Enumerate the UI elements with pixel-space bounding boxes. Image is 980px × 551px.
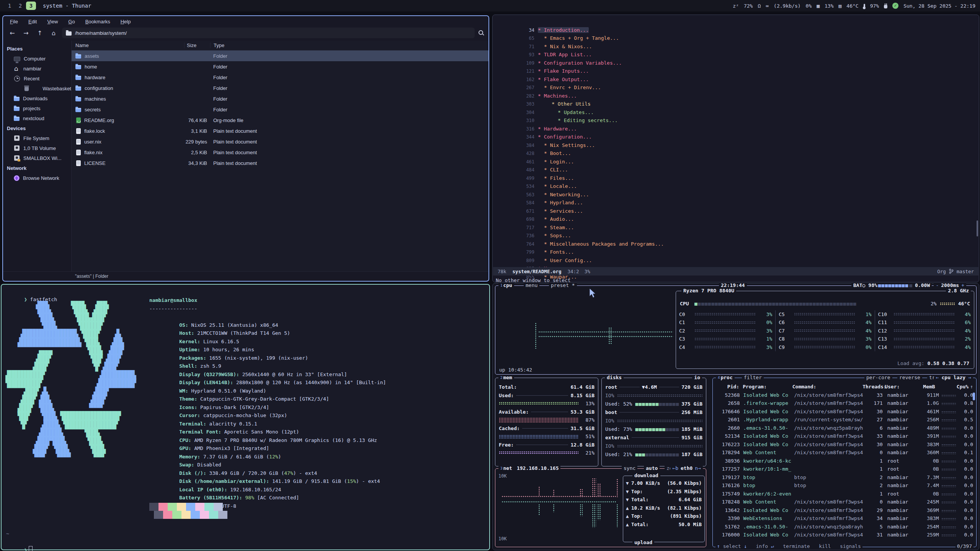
cpu-tab[interactable]: 1cpu <box>498 282 514 288</box>
mem-tab[interactable]: 2mem <box>498 375 514 380</box>
proc-row[interactable]: 176000 Isolated Web Co /nix/store/sm8fmr… <box>713 531 976 539</box>
file-row[interactable]: LICENSE 34,3 KiB Plain text document <box>72 158 488 168</box>
proc-row[interactable]: 52134 Isolated Web Co /nix/store/sm8fmrf… <box>713 432 976 440</box>
proc-row[interactable]: 178248 Web Content /nix/store/sm8fmrf3wp… <box>713 498 976 506</box>
sidebar-item[interactable]: Network <box>3 163 71 173</box>
menu-item[interactable]: Bookmarks <box>85 19 110 24</box>
menu-item[interactable]: Go <box>68 19 75 24</box>
sidebar-item[interactable]: Recent <box>3 73 71 83</box>
preset-tab[interactable]: preset * <box>549 282 577 288</box>
org-heading: * Nix & Nixos... <box>538 44 592 49</box>
line-number: 304 <box>524 109 534 117</box>
proc-row[interactable]: 2660 .emacs-31.0.50- /nix/store/wnqz5pa8… <box>713 424 976 432</box>
menu-item[interactable]: View <box>47 19 58 24</box>
up-button[interactable]: ↑ <box>34 29 45 37</box>
sidebar-item[interactable]: Computer <box>3 54 71 64</box>
column-type[interactable]: Type <box>210 42 488 48</box>
workspace-3-active[interactable]: 3 <box>26 2 36 10</box>
menu-tab[interactable]: menu <box>524 282 539 288</box>
line-number: 584 <box>524 199 534 207</box>
proc-row[interactable]: 52368 Isolated Web Co /nix/store/sm8fmrf… <box>713 391 976 399</box>
btop-cpu-box: 1cpu menu preset * 22:19:44 BAT○ 98% ■■■… <box>495 285 977 375</box>
shell-prompt[interactable]: ❯ <box>6 538 33 551</box>
palette-swatch <box>209 511 218 519</box>
disks-tab[interactable]: disks <box>605 375 624 380</box>
sidebar-item[interactable]: projects <box>3 103 71 113</box>
sidebar-item[interactable]: Places <box>3 44 71 54</box>
sidebar-item[interactable]: nambiar <box>3 64 71 73</box>
network-link-icon[interactable]: ∞ <box>766 3 769 9</box>
file-row[interactable]: assets Folder <box>72 51 488 61</box>
proc-row[interactable]: 2601 .Hyprland-wrapp /run/current-system… <box>713 416 976 424</box>
major-mode: Org <box>937 269 946 274</box>
proc-row[interactable]: 178294 Web Content /nix/store/sm8fmrf3wp… <box>713 448 976 457</box>
file-row[interactable]: flake.nix 2,5 KiB Plain text document <box>72 147 488 158</box>
proc-row[interactable]: 38936 kworker/u64:6-kc 1 root 0B 0.0 <box>713 457 976 465</box>
sidebar-item[interactable]: Downloads <box>3 93 71 103</box>
proc-row[interactable]: 2658 .firefox-wrappe /nix/store/sm8fmrf3… <box>713 399 976 408</box>
file-row[interactable]: machines Folder <box>72 93 488 104</box>
net-tab[interactable]: 3net 192.168.10.165 <box>498 465 560 471</box>
menu-item[interactable]: Edit <box>28 19 37 24</box>
net-interface-switch[interactable]: ←beth0n→ <box>670 465 703 471</box>
sidebar-item[interactable]: Devices <box>3 123 71 133</box>
proc-row[interactable]: 51762 .emacs-31.0.50- /nix/store/wnqz5pa… <box>713 523 976 531</box>
location-bar[interactable]: /home/nambiar/system/ <box>62 28 475 38</box>
proc-scrollbar-thumb[interactable] <box>973 393 975 400</box>
filter-button[interactable]: filter <box>742 375 764 380</box>
file-row[interactable]: configuration Folder <box>72 83 488 93</box>
file-row[interactable]: hardware Folder <box>72 72 488 83</box>
net-upload-spike <box>616 504 619 528</box>
sort-selector[interactable]: ←cpu lazy→ <box>934 375 973 380</box>
sidebar-item[interactable]: nextcloud <box>3 113 71 123</box>
reverse-toggle[interactable]: reverse <box>897 375 922 380</box>
net-sync-tab[interactable]: sync <box>622 465 637 471</box>
search-icon[interactable] <box>478 29 485 36</box>
proc-row[interactable]: 3390 WebExtensions /nix/store/sm8fmrf3wp… <box>713 514 976 523</box>
proc-row[interactable]: 176223 Isolated Web Co /nix/store/sm8fmr… <box>713 440 976 449</box>
file-row[interactable]: home Folder <box>72 61 488 72</box>
core-row: C132% <box>878 335 971 343</box>
cpu-total-pct: 2% <box>921 301 937 306</box>
headphones-icon[interactable]: Ω <box>758 3 761 9</box>
sidebar-item[interactable]: SMALLBOX Wi... <box>3 153 71 163</box>
scroll-up-arrow[interactable]: ↑ <box>970 384 973 390</box>
proc-row[interactable]: 177257 kworker/10:1-mm_ 1 root 0B 0.0 <box>713 465 976 473</box>
sidebar-item[interactable]: Browse Network <box>3 173 71 183</box>
menu-item[interactable]: Help <box>121 19 131 24</box>
file-row[interactable]: secrets Folder <box>72 104 488 115</box>
emacs-scrollbar-thumb[interactable] <box>977 220 978 236</box>
back-button[interactable]: ← <box>7 29 18 37</box>
column-name[interactable]: Name <box>72 42 184 48</box>
proc-row[interactable]: 13642 Isolated Web Co /nix/store/sm8fmrf… <box>713 506 976 515</box>
sidebar-item-label: Devices <box>7 126 26 131</box>
org-outline-line[interactable]: 34* Introduction... <box>494 17 976 26</box>
proc-row[interactable]: 175749 kworker/6:2-even 1 root 0B 0.0 <box>713 490 976 498</box>
idle-inhibit-icon[interactable]: zᶻ <box>733 3 739 9</box>
proc-row[interactable]: 179127 btop btop 2 nambiar 7.3M 0.0 <box>713 473 976 482</box>
home-button[interactable]: ⌂ <box>48 29 59 37</box>
column-size[interactable]: Size <box>184 42 210 48</box>
file-row[interactable]: README.org 76,4 KiB Org-mode file <box>72 115 488 126</box>
file-row[interactable]: user.nix 229 bytes Plain text document <box>72 136 488 147</box>
current-path[interactable]: /home/nambiar/system/ <box>75 30 127 36</box>
sidebar-item-icon <box>14 97 20 101</box>
workspace-2[interactable]: 2 <box>15 2 25 10</box>
disks-io-tab[interactable]: io <box>692 375 702 380</box>
thermometer-icon <box>864 4 865 8</box>
update-interval[interactable]: -2000ms+ <box>934 282 966 288</box>
menu-item[interactable]: File <box>10 19 18 24</box>
proc-row[interactable]: 176646 Isolated Web Co /nix/store/sm8fmr… <box>713 408 976 416</box>
proc-tab[interactable]: 4proc <box>716 375 735 380</box>
sidebar-item[interactable]: 1,0 TB Volume <box>3 143 71 153</box>
file-row[interactable]: flake.lock 3,1 KiB Plain text document <box>72 126 488 136</box>
proc-row[interactable]: 176126 btop btop 2 nambiar 7.4M 0.0 <box>713 481 976 490</box>
btop-footer-keys[interactable]: ↑ select ↓ info ↵ terminate kill signals <box>715 543 862 549</box>
sidebar-item[interactable]: File System <box>3 133 71 143</box>
sidebar-item[interactable]: Wastebasket <box>3 83 71 93</box>
battery-watts: 0.00W <box>915 282 930 288</box>
forward-button[interactable]: → <box>21 29 31 37</box>
net-auto-tab[interactable]: auto <box>644 465 660 471</box>
workspace-1[interactable]: 1 <box>5 2 15 10</box>
per-core-toggle[interactable]: per-core <box>864 375 892 380</box>
